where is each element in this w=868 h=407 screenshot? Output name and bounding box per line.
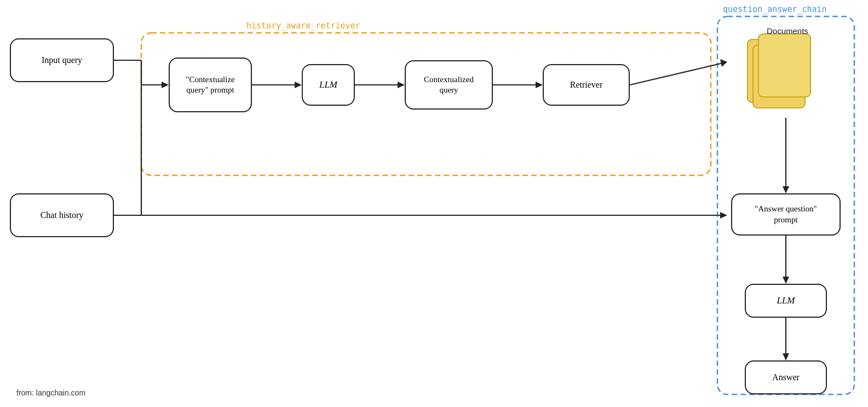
documents-label: Documents — [767, 26, 808, 36]
llm2-box: LLM — [745, 284, 827, 318]
answer-label: Answer — [772, 372, 800, 383]
answer-question-prompt-box: "Answer question" prompt — [731, 193, 841, 236]
svg-line-12 — [630, 63, 723, 85]
chat-history-label: Chat history — [41, 210, 84, 221]
retriever-box: Retriever — [543, 64, 630, 106]
svg-marker-11 — [536, 82, 543, 88]
svg-rect-26 — [758, 34, 810, 97]
llm1-box: LLM — [302, 64, 355, 106]
llm2-label: LLM — [777, 295, 795, 307]
svg-marker-16 — [720, 212, 727, 219]
contextualize-prompt-box: "Contextualize query" prompt — [169, 58, 252, 112]
footer-label: from: langchain.com — [16, 388, 85, 397]
chat-history-box: Chat history — [10, 193, 114, 237]
svg-marker-9 — [398, 82, 405, 88]
svg-marker-7 — [295, 82, 302, 88]
svg-marker-19 — [783, 186, 789, 193]
answer-question-prompt-label: "Answer question" prompt — [755, 204, 817, 225]
input-query-label: Input query — [42, 55, 82, 66]
llm1-label: LLM — [319, 79, 337, 91]
question-answer-label: question_answer_chain — [723, 4, 827, 14]
contextualized-query-box: Contextualized query — [405, 60, 493, 110]
svg-marker-21 — [783, 277, 789, 284]
history-aware-label: history_aware_retriever — [246, 21, 360, 31]
svg-marker-5 — [162, 82, 169, 88]
svg-marker-13 — [720, 59, 727, 67]
contextualized-query-label: Contextualized query — [424, 74, 474, 96]
input-query-box: Input query — [10, 38, 114, 82]
retriever-label: Retriever — [570, 79, 603, 91]
answer-box: Answer — [745, 360, 827, 394]
diagram-container: history_aware_retriever question_answer_… — [0, 0, 868, 407]
svg-marker-23 — [783, 353, 789, 360]
contextualize-prompt-label: "Contextualize query" prompt — [186, 74, 234, 96]
